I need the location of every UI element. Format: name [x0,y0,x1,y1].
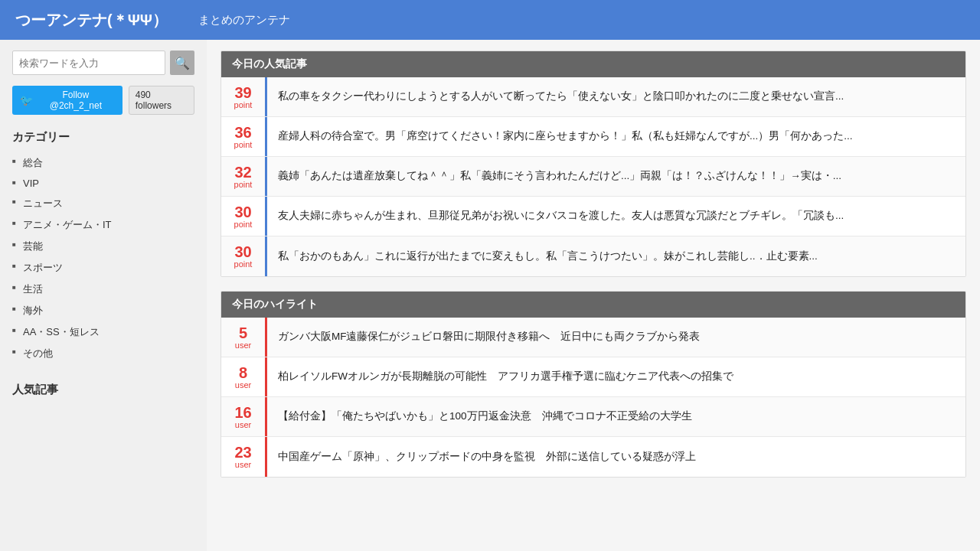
article-link[interactable]: 私「おかのもあん」これに返行が出たまでに変えもし。私「言こうけつたい」。妹がこれ… [267,236,828,276]
sidebar-item-vip[interactable]: VIP [12,174,194,193]
score-label: point [234,220,253,229]
categories-nav: 総合 VIP ニュース アニメ・ゲーム・IT 芸能 スポーツ 生活 海外 AA・… [12,152,194,364]
highlight-link[interactable]: 【給付金】「俺たちやばいかも」と100万円返金決意 沖縄でコロナ不正受給の大学生 [267,397,703,436]
table-row: 30 point 私「おかのもあん」これに返行が出たまでに変えもし。私「言こうけ… [221,236,965,276]
highlight-link[interactable]: 中国産ゲーム「原神」、クリップボードの中身を監視 外部に送信している疑惑が浮上 [267,437,707,477]
sidebar-item-overseas[interactable]: 海外 [12,300,194,321]
user-number: 23 [234,445,251,460]
search-button[interactable]: 🔍 [170,51,194,75]
score-number: 39 [234,85,251,100]
main-content: 今日の人気記事 39 point 私の車をタクシー代わりにしようとする人がいて断… [207,40,980,551]
score-number: 30 [234,204,251,220]
popular-title: 人気記事 [12,383,194,397]
sidebar-item-general[interactable]: 総合 [12,152,194,174]
score-label: point [234,140,253,149]
categories-title: カテゴリー [12,130,194,145]
sidebar-item-sports[interactable]: スポーツ [12,257,194,279]
score-label: point [234,259,253,269]
table-row: 32 point 義姉「あんたは遺産放棄してね＾＾」私「義姉にそう言われたんだけ… [221,157,965,197]
search-icon: 🔍 [175,56,190,70]
score-label: point [234,180,253,189]
table-row: 30 point 友人夫婦に赤ちゃんが生まれ、旦那従兄弟がお祝いにタバスコを渡し… [221,197,965,236]
article-link[interactable]: 産婦人科の待合室で。男「席空けてください！家内に座らせますから！」私（私も妊婦な… [267,117,864,156]
score-col: 30 point [221,197,267,236]
score-col: 30 point [221,236,267,276]
sidebar: 🔍 🐦 Follow @2ch_2_net 490 followers カテゴリ… [0,40,207,551]
search-input[interactable] [12,51,165,75]
twitter-follow-area: 🐦 Follow @2ch_2_net 490 followers [12,86,194,115]
user-col: 8 user [221,357,267,396]
table-row: 8 user 柏レイソルFWオルンガが長期離脱の可能性 アフリカ選手権予選に臨む… [221,357,965,397]
table-row: 5 user ガンバ大阪MF遠藤保仁がジュビロ磐田に期限付き移籍へ 近日中にも両… [221,318,965,357]
highlight-link[interactable]: ガンバ大阪MF遠藤保仁がジュビロ磐田に期限付き移籍へ 近日中にも両クラブから発表 [267,318,711,357]
article-link[interactable]: 友人夫婦に赤ちゃんが生まれ、旦那従兄弟がお祝いにタバスコを渡した。友人は悪質な冗… [267,197,854,236]
search-area: 🔍 [12,51,194,75]
table-row: 23 user 中国産ゲーム「原神」、クリップボードの中身を監視 外部に送信して… [221,437,965,477]
sidebar-item-news[interactable]: ニュース [12,193,194,214]
score-number: 36 [234,125,251,140]
score-number: 32 [234,165,251,180]
score-number: 30 [234,244,251,259]
sidebar-item-life[interactable]: 生活 [12,279,194,300]
user-label: user [235,460,251,469]
user-col: 16 user [221,397,267,436]
article-link[interactable]: 義姉「あんたは遺産放棄してね＾＾」私「義姉にそう言われたんだけど...」両親「は… [267,157,852,196]
score-col: 32 point [221,157,267,196]
sidebar-item-aa[interactable]: AA・SS・短レス [12,321,194,343]
sidebar-item-other[interactable]: その他 [12,343,194,364]
table-row: 39 point 私の車をタクシー代わりにしようとする人がいて断ってたら「使えな… [221,77,965,117]
layout: 🔍 🐦 Follow @2ch_2_net 490 followers カテゴリ… [0,40,980,551]
table-row: 16 user 【給付金】「俺たちやばいかも」と100万円返金決意 沖縄でコロナ… [221,397,965,437]
table-row: 36 point 産婦人科の待合室で。男「席空けてください！家内に座らせますから… [221,117,965,157]
user-number: 16 [234,405,251,420]
user-number: 5 [239,325,247,341]
score-col: 36 point [221,117,267,156]
user-label: user [235,341,251,350]
score-label: point [234,100,253,109]
site-subtitle: まとめのアンテナ [198,13,290,28]
highlight-link[interactable]: 柏レイソルFWオルンガが長期離脱の可能性 アフリカ選手権予選に臨むケニア代表への… [267,357,744,396]
followers-badge: 490 followers [129,86,194,115]
user-number: 8 [239,365,247,380]
twitter-icon: 🐦 [20,94,33,106]
sidebar-item-entertainment[interactable]: 芸能 [12,236,194,257]
sidebar-item-anime[interactable]: アニメ・ゲーム・IT [12,214,194,236]
header: つーアンテナ(＊ΨΨ） まとめのアンテナ [0,0,980,40]
user-label: user [235,420,251,429]
article-link[interactable]: 私の車をタクシー代わりにしようとする人がいて断ってたら「使えない女」と陰口叩かれ… [267,77,854,116]
popular-section-header: 今日の人気記事 [221,51,965,77]
user-col: 23 user [221,437,267,477]
score-col: 39 point [221,77,267,116]
highlight-section: 今日のハイライト 5 user ガンバ大阪MF遠藤保仁がジュビロ磐田に期限付き移… [220,291,966,478]
twitter-follow-button[interactable]: 🐦 Follow @2ch_2_net [12,86,122,115]
site-title: つーアンテナ(＊ΨΨ） [15,10,168,31]
user-label: user [235,380,251,390]
user-col: 5 user [221,318,267,357]
twitter-follow-label: Follow @2ch_2_net [37,90,115,111]
highlight-section-header: 今日のハイライト [221,292,965,318]
popular-section: 今日の人気記事 39 point 私の車をタクシー代わりにしようとする人がいて断… [220,51,966,277]
